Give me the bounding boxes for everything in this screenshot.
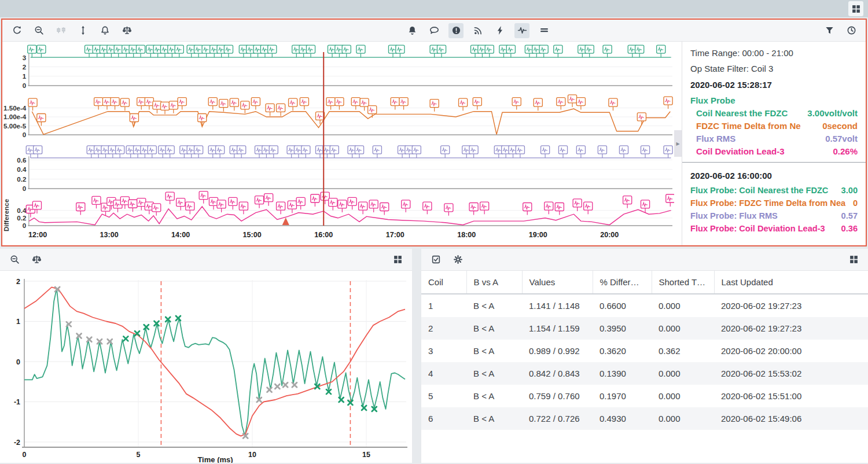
coil-table: CoilB vs AValues% Differ…Shorted T…Last …: [421, 271, 868, 430]
table-toolbar: [421, 249, 868, 271]
panel-collapse-column: ▶: [674, 42, 682, 245]
info-divider: [682, 162, 866, 163]
metric-value: 0second: [822, 121, 858, 131]
bell-outline-icon[interactable]: [97, 23, 112, 38]
comment-icon[interactable]: [426, 23, 442, 38]
probe-group-label: Flux Probe: [690, 93, 858, 106]
column-header[interactable]: Last Updated: [714, 271, 868, 294]
table-row[interactable]: 4B < A0.842 / 0.8430.13900.0002020-06-02…: [421, 362, 868, 385]
table-cell: 0.722 / 0.726: [522, 407, 593, 430]
bell-icon[interactable]: [404, 23, 420, 38]
metric-value: 3.00: [841, 186, 858, 195]
svg-text:12:00: 12:00: [28, 231, 47, 239]
table-cell: 0.3620: [593, 340, 652, 362]
svg-text:0.6: 0.6: [17, 157, 26, 164]
table-cell: 1: [421, 294, 466, 317]
bolt-icon[interactable]: [492, 23, 507, 38]
info-panel: Time Range: 00:00 - 21:00 Op State Filte…: [682, 42, 866, 245]
table-cell: 6: [421, 407, 466, 430]
table-row[interactable]: 6B < A0.722 / 0.7260.49300.0002020-06-02…: [421, 407, 868, 430]
table-cell: 0.1390: [593, 362, 652, 385]
scales-icon[interactable]: [29, 252, 44, 267]
table-cell: 2020-06-02 20:00:00: [714, 340, 868, 362]
svg-text:-1: -1: [14, 398, 20, 406]
metric-label: FDZC Time Delta from Ne: [696, 121, 801, 131]
column-header[interactable]: Coil: [421, 271, 466, 294]
timeline-chart[interactable]: 32101.50e-41.00e-45.00e-500.60.40.200.40…: [2, 42, 674, 245]
metric-label: Flux Probe: Coil Deviation Lead-3: [690, 224, 825, 233]
waveform-icon[interactable]: [514, 23, 529, 38]
column-header[interactable]: Shorted T…: [652, 271, 714, 294]
svg-text:0: 0: [16, 358, 20, 366]
boxplot-icon[interactable]: [53, 23, 68, 38]
cursor-metric-list: Flux Probe: Coil Nearest the FDZC3.00Flu…: [690, 184, 858, 235]
svg-text:0: 0: [23, 132, 26, 139]
track-coil-nearest-the-fdzc: 3210: [23, 45, 672, 89]
gray-x-markers: [55, 287, 297, 439]
top-window-bar: [0, 0, 868, 17]
metric-label: Coil Deviation Lead-3: [696, 146, 785, 156]
metric-value: 0: [853, 198, 858, 208]
equals-icon[interactable]: [536, 23, 551, 38]
history-icon[interactable]: [844, 23, 859, 38]
grid-icon[interactable]: [848, 1, 863, 16]
waveform-toolbar: [0, 249, 412, 271]
table-cell: 5: [421, 385, 466, 407]
table-cell: 3: [421, 340, 466, 362]
table-cell: 0.000: [652, 407, 714, 430]
metric-row: FDZC Time Delta from Ne0second: [690, 119, 858, 132]
cursor-timestamp: 2020-06-02 16:00:00: [690, 167, 858, 184]
svg-text:1: 1: [16, 318, 20, 326]
timeline-toolbar: [2, 20, 866, 42]
resize-vertical-icon[interactable]: [75, 23, 90, 38]
table-cell: 0.000: [652, 294, 714, 317]
rss-icon[interactable]: [470, 23, 486, 38]
svg-text:0: 0: [23, 223, 26, 230]
table-cell: 0.000: [652, 385, 714, 407]
table-row[interactable]: 1B < A1.141 / 1.1480.66000.0002020-06-02…: [421, 294, 868, 317]
grid-icon[interactable]: [390, 252, 405, 267]
info-icon[interactable]: [448, 23, 464, 38]
metric-row: Flux RMS0.57volt: [690, 132, 858, 145]
svg-text:19:00: 19:00: [529, 231, 547, 239]
grid-icon[interactable]: [846, 252, 861, 267]
table-cell: 0.000: [652, 317, 714, 340]
table-row[interactable]: 2B < A1.154 / 1.1590.39500.0002020-06-02…: [421, 317, 868, 340]
filter-icon[interactable]: [822, 23, 837, 38]
track-coil-deviation-lead-3: 0.40.20: [17, 192, 674, 230]
metric-value: 0.57volt: [825, 134, 858, 143]
metric-value: 0.26%: [833, 146, 858, 156]
metric-label: Flux RMS: [696, 134, 735, 143]
column-header[interactable]: % Differ…: [593, 271, 652, 294]
svg-text:5: 5: [137, 451, 141, 459]
svg-text:0: 0: [23, 451, 27, 459]
waveform-chart[interactable]: 210-1-2051015Time (ms): [0, 271, 412, 463]
timeline-panel: 32101.50e-41.00e-45.00e-500.60.40.200.40…: [1, 19, 867, 246]
table-cell: 0.759 / 0.760: [522, 385, 593, 407]
column-header[interactable]: B vs A: [466, 271, 522, 294]
table-cell: 0.6600: [593, 294, 652, 317]
table-row[interactable]: 3B < A0.989 / 0.9920.36200.3622020-06-02…: [421, 340, 868, 362]
svg-text:0.4: 0.4: [17, 207, 27, 214]
table-cell: B < A: [466, 294, 522, 317]
panel-gap: [412, 249, 421, 463]
collapse-handle[interactable]: ▶: [674, 130, 682, 157]
refresh-icon[interactable]: [9, 23, 24, 38]
column-header[interactable]: Values: [522, 271, 593, 294]
table-cell: 1.141 / 1.148: [522, 294, 593, 317]
gear-icon[interactable]: [450, 252, 465, 267]
zoom-out-icon[interactable]: [31, 23, 46, 38]
svg-text:0: 0: [23, 83, 26, 90]
event-marker-triangle: [282, 218, 289, 225]
probe-metric-list: Coil Nearest the FDZC3.00volt/voltFDZC T…: [690, 106, 858, 157]
zoom-out-icon[interactable]: [7, 252, 22, 267]
table-cell: 4: [421, 362, 466, 385]
table-row[interactable]: 5B < A0.759 / 0.7600.19700.0002020-06-02…: [421, 385, 868, 407]
table-cell: B < A: [466, 407, 522, 430]
table-header-row[interactable]: CoilB vs AValues% Differ…Shorted T…Last …: [421, 271, 868, 294]
svg-text:20:00: 20:00: [600, 231, 619, 239]
table-cell: 0.842 / 0.843: [522, 362, 593, 385]
scales-icon[interactable]: [119, 23, 134, 38]
checkbox-icon[interactable]: [428, 252, 443, 267]
svg-text:1.00e-4: 1.00e-4: [3, 114, 27, 121]
